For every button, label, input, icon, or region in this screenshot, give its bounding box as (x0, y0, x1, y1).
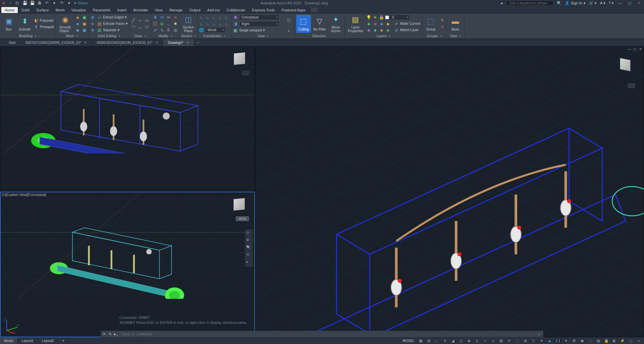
wcs-badge[interactable] (628, 83, 635, 88)
panel-layers-label[interactable]: Layers (346, 33, 421, 39)
sun-icon[interactable]: ☀ (373, 15, 378, 20)
coord-r1[interactable]: ∟∟∟∟∟ (199, 14, 230, 20)
dyn-toggle-icon[interactable]: + (482, 338, 488, 343)
close-button[interactable]: ✕ (636, 1, 642, 5)
share-button[interactable]: ➤ Share (74, 1, 88, 5)
ly7-icon[interactable]: ◈ (379, 27, 384, 33)
stretch-button[interactable]: ⤢ (153, 27, 158, 33)
annotation-scale[interactable]: 1:1 (554, 339, 561, 343)
ortho-toggle-icon[interactable]: ∟ (433, 338, 440, 343)
qat-plot-icon[interactable]: 🖶 (37, 0, 42, 6)
panel-section-label[interactable]: Section (181, 33, 196, 39)
close-tab-icon[interactable]: ✕ (84, 41, 87, 45)
fillet-button[interactable]: ◟ (166, 21, 171, 26)
osnap-toggle-icon[interactable]: ◻ (458, 338, 464, 343)
customize-status-icon[interactable]: ≡ (635, 338, 642, 343)
array-button[interactable]: ⠿ (166, 27, 171, 33)
nav-wheel-icon[interactable]: ⊙ (246, 230, 252, 236)
viewport-top-left[interactable] (0, 46, 255, 192)
info-chevron-icon[interactable]: ▸ (501, 1, 503, 5)
world-dropdown[interactable]: World (205, 27, 225, 33)
se-tool3[interactable]: ⊗ (90, 27, 95, 33)
qat-save-icon[interactable]: 💾 (22, 0, 28, 6)
nav-pan-icon[interactable]: ✥ (246, 238, 252, 243)
ly5-icon[interactable]: ◈ (366, 27, 372, 33)
qprop-toggle-icon[interactable]: ▤ (595, 338, 602, 343)
layer-dropdown[interactable]: 0 (390, 14, 410, 20)
lwt-toggle-icon[interactable]: ≡ (490, 338, 496, 343)
annotation-vis-icon[interactable]: ▲ (546, 338, 553, 343)
make-current-button[interactable]: Make Current (400, 22, 421, 25)
tab-mesh[interactable]: Mesh (52, 7, 68, 13)
scale-dd-icon[interactable]: ▾ (563, 338, 570, 343)
tab-parametric[interactable]: Parametric (89, 7, 114, 13)
doc-tab-start[interactable]: Start (4, 40, 21, 46)
explode-button[interactable]: ✸ (173, 21, 178, 26)
presspull-button[interactable]: ⬆Presspull (34, 24, 54, 30)
nofilter-button[interactable]: ▽No Filter (312, 15, 327, 33)
nav-zoom-icon[interactable]: 🔍 (246, 245, 252, 251)
qat-redo-dd-icon[interactable]: ▾ (66, 0, 72, 6)
vp-max-button[interactable]: ▢ (633, 47, 637, 51)
panel-view-label[interactable]: View (233, 33, 293, 39)
panel-modeling-label[interactable]: Modeling (1, 33, 54, 39)
box-button[interactable]: ▣Box (1, 15, 16, 33)
tab-express[interactable]: Express Tools (249, 7, 278, 13)
culling-button[interactable]: ⬚Culling (296, 15, 311, 33)
qat-open-icon[interactable]: 🗀 (15, 0, 20, 6)
nav-show-icon[interactable]: ▾ (246, 260, 252, 265)
offset-button[interactable]: ◎ (173, 27, 178, 33)
tab-view[interactable]: View (151, 7, 166, 13)
add-layout-button[interactable]: + (58, 337, 68, 344)
wcs-badge[interactable]: WCS (236, 216, 249, 221)
group-button[interactable]: ⬚Group (424, 15, 438, 33)
command-input[interactable] (119, 332, 538, 336)
tab-visualize[interactable]: Visualize (68, 7, 90, 13)
viewcube[interactable] (617, 57, 634, 73)
ly2-icon[interactable]: ◈ (373, 21, 378, 26)
status-model-label[interactable]: MODEL (401, 339, 416, 343)
mesh-tool2[interactable]: ◈ (75, 21, 80, 26)
viewcube[interactable] (231, 51, 248, 67)
ungroup-button[interactable]: ⊘ (440, 24, 445, 30)
erase-button[interactable]: ✕ (173, 14, 178, 20)
qat-saveas-icon[interactable]: 💾 (30, 0, 35, 6)
hardware-accel-icon[interactable]: ⚡ (619, 338, 626, 343)
mesh-tool4[interactable]: ▣ (82, 14, 87, 20)
polyline-button[interactable]: 〰 (131, 24, 136, 30)
tab-home[interactable]: Home (1, 7, 18, 13)
vp-close-button[interactable]: ✕ (638, 47, 642, 51)
trim-button[interactable]: ✂ (166, 14, 171, 20)
base-button[interactable]: ▬Base (448, 15, 463, 33)
visual-style-dropdown[interactable]: Conceptual (239, 14, 279, 20)
layout-tab-2[interactable]: Layout2 (38, 337, 58, 344)
single-viewport-button[interactable]: Single viewport (239, 28, 262, 32)
tab-surface[interactable]: Surface (33, 7, 52, 13)
extrude-faces-button[interactable]: ▤Extrude Faces ▾ (97, 21, 127, 26)
copy-button[interactable]: ⿻ (153, 21, 158, 26)
cmd-customize-icon[interactable]: ✎ (107, 331, 113, 337)
gizmo-toggle-icon[interactable]: ✦ (538, 338, 545, 343)
ly3-icon[interactable]: ◈ (379, 21, 384, 26)
ly1-icon[interactable]: ◈ (366, 21, 372, 26)
lock-ui-icon[interactable]: 🔒 (603, 338, 610, 343)
mesh-tool1[interactable]: ◈ (75, 14, 80, 20)
gizmo-button[interactable]: ✦Move Gizmo (328, 15, 343, 33)
group-edit-button[interactable]: ✎ (440, 18, 445, 23)
clean-screen-icon[interactable]: ▢ (627, 338, 634, 343)
cart-icon[interactable]: 🛒 ▾ (589, 1, 597, 5)
mesh-tool3[interactable]: ◈ (75, 27, 80, 33)
close-tab-icon[interactable]: ✕ (155, 41, 158, 45)
lock-icon[interactable]: 🔒 (379, 15, 384, 20)
viewport-label[interactable]: [+][Custom View][Conceptual] (2, 193, 46, 197)
tab-manage[interactable]: Manage (166, 7, 186, 13)
ly4-icon[interactable]: ◈ (385, 21, 391, 26)
smooth-object-button[interactable]: ◉Smooth Object (57, 15, 73, 33)
se-tool2[interactable]: ⊖ (90, 21, 95, 26)
extrude-button[interactable]: ⬍Extrude (17, 15, 32, 33)
3d-toggle-icon[interactable]: ⬚ (514, 338, 521, 343)
sign-in-button[interactable]: 👤 Sign In ▾ (565, 1, 586, 5)
vp-min-button[interactable]: — (627, 47, 632, 51)
world-button[interactable]: 🌐World (199, 27, 230, 33)
view-nav-button[interactable]: ⊙▾ (284, 15, 293, 33)
